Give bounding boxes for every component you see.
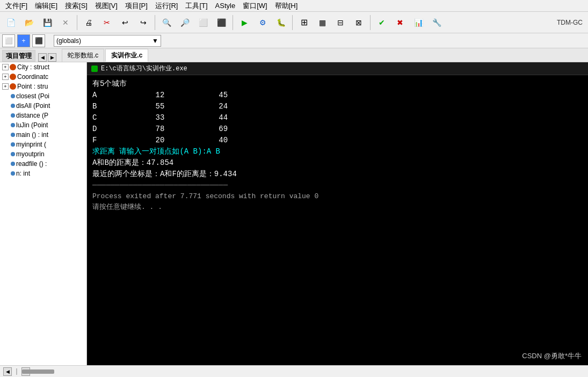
- menu-help[interactable]: 帮助[H]: [272, 1, 301, 11]
- zoom-out-button[interactable]: 🔎: [176, 14, 193, 31]
- console-line-11: Process exited after 7.771 seconds with …: [92, 191, 583, 202]
- toolbar2-btn2[interactable]: +: [17, 34, 30, 47]
- main-toolbar: 📄 📂 💾 ✕ 🖨 ✂ ↩ ↪ 🔍 🔎 ⬜ ⬛ ▶ ⚙ 🐛 ⊞ ▦ ⊟ ⊠ ✔ …: [0, 12, 588, 33]
- toolbar2-btn1[interactable]: ⬜: [2, 34, 15, 47]
- console-green-dot: [91, 66, 98, 72]
- tree-dot-icon-9: [11, 152, 15, 156]
- tree-dot-icon-4: [11, 104, 15, 108]
- check-button[interactable]: ✔: [373, 14, 390, 31]
- menu-run[interactable]: 运行[R]: [152, 1, 182, 11]
- console-header: E:\c语言练习\实训作业.exe: [87, 62, 588, 75]
- console-path: E:\c语言练习\实训作业.exe: [101, 64, 187, 73]
- tree-child-8[interactable]: myinprint (: [0, 140, 86, 149]
- sep3: [233, 15, 233, 30]
- grid-button[interactable]: ⊞: [295, 14, 313, 31]
- debug-button[interactable]: 🐛: [272, 14, 289, 31]
- tree-label-11: n: int: [16, 170, 30, 177]
- sep1: [77, 15, 77, 30]
- tree-child-3[interactable]: closest (Poi: [0, 91, 86, 101]
- expand-icon-1: +: [2, 74, 9, 80]
- tab-snake[interactable]: 蛇形数组.c: [62, 49, 104, 62]
- tree-dot-icon-11: [11, 171, 15, 176]
- menu-search[interactable]: 搜索[S]: [62, 1, 91, 11]
- tree-label-4: disAll (Point: [16, 102, 50, 110]
- tabs-row: 项目管理 ◀ ▶ 蛇形数组.c 实训作业.c: [0, 48, 588, 62]
- scrollbar-area[interactable]: [16, 368, 17, 375]
- tree-parent-2[interactable]: + Point : stru: [0, 82, 86, 91]
- tree-label-5: distance (P: [16, 112, 48, 119]
- split-button[interactable]: ⊠: [350, 14, 367, 31]
- new-button[interactable]: 📄: [2, 14, 19, 31]
- save-button[interactable]: 💾: [39, 14, 56, 31]
- expand-icon-0: +: [2, 64, 9, 70]
- compile-button[interactable]: ⚙: [254, 14, 271, 31]
- tree-parent-1[interactable]: + Coordinatc: [0, 72, 86, 82]
- tree-parent-0[interactable]: + City : struct: [0, 62, 86, 72]
- proj-nav-prev[interactable]: ◀: [38, 53, 47, 62]
- status-left: ◀ ▶: [3, 367, 30, 376]
- menu-astyle[interactable]: AStyle: [212, 1, 239, 10]
- stop-button[interactable]: ✖: [391, 14, 409, 31]
- tree-label-8: myinprint (: [16, 141, 46, 148]
- globals-arrow: ▼: [152, 37, 158, 45]
- menu-edit[interactable]: 编辑[E]: [32, 1, 61, 11]
- tree-color-icon-1: [10, 74, 16, 80]
- console-line-7: 求距离 请输入一对顶点如(A B):A B: [92, 146, 583, 157]
- tree-dot-icon-3: [11, 94, 15, 98]
- tree-child-5[interactable]: distance (P: [0, 111, 86, 120]
- run-button[interactable]: ▶: [236, 14, 253, 31]
- menu-project[interactable]: 项目[P]: [122, 1, 151, 11]
- console-line-10: ──────────────────────────────: [92, 180, 583, 191]
- zoom-in-button[interactable]: 🔍: [158, 14, 175, 31]
- tree-label-3: closest (Poi: [16, 92, 49, 100]
- indent-button[interactable]: ⬜: [194, 14, 212, 31]
- redo-button[interactable]: ↪: [135, 14, 152, 31]
- menu-tools[interactable]: 工具[T]: [182, 1, 210, 11]
- proj-nav-next[interactable]: ▶: [48, 53, 56, 62]
- undo-button[interactable]: ↩: [117, 14, 134, 31]
- toolbar2-btn3[interactable]: ⬛: [32, 34, 45, 47]
- console-line-3: C 33 44: [92, 112, 583, 124]
- print-button[interactable]: 🖨: [80, 14, 97, 31]
- tree-label-2: Point : stru: [17, 83, 48, 90]
- menu-window[interactable]: 窗口[W]: [239, 1, 271, 11]
- status-bar: ◀ ▶: [0, 365, 588, 377]
- tree-label-6: luJin (Point: [16, 121, 48, 129]
- tree-child-4[interactable]: disAll (Point: [0, 101, 86, 111]
- left-panel: + City : struct + Coordinatc + Point : s…: [0, 62, 87, 365]
- tree-child-11[interactable]: n: int: [0, 169, 86, 178]
- unindent-button[interactable]: ⬛: [213, 14, 230, 31]
- settings-button[interactable]: 🔧: [428, 14, 445, 31]
- close-button[interactable]: ✕: [57, 14, 74, 31]
- tab-shixun[interactable]: 实训作业.c: [105, 49, 148, 62]
- tree-color-icon-0: [10, 64, 16, 70]
- scroll-left-btn[interactable]: ◀: [3, 367, 12, 376]
- console-line-4: D 78 69: [92, 124, 583, 135]
- tree-dot-icon-10: [11, 162, 15, 166]
- cut-button[interactable]: ✂: [98, 14, 115, 31]
- open-button[interactable]: 📂: [20, 14, 38, 31]
- tree-color-icon-2: [10, 83, 16, 90]
- tree-child-7[interactable]: main () : int: [0, 130, 86, 140]
- menu-view[interactable]: 视图[V]: [92, 1, 121, 11]
- project-label: 项目管理: [2, 50, 35, 62]
- sep4: [292, 15, 293, 30]
- grid2-button[interactable]: ▦: [314, 14, 331, 31]
- sep5: [370, 15, 371, 30]
- tree-child-6[interactable]: luJin (Point: [0, 120, 86, 130]
- tree-label-10: readfile () :: [16, 160, 47, 168]
- sep2: [155, 15, 155, 30]
- tree-child-10[interactable]: readfile () :: [0, 159, 86, 169]
- main-area: + City : struct + Coordinatc + Point : s…: [0, 62, 588, 365]
- console-body: 有5个城市A 12 45B 55 24C 33 44D 78 69F 20 40…: [87, 75, 588, 215]
- menu-file[interactable]: 文件[F]: [2, 1, 31, 11]
- tdm-label: TDM-GC: [554, 18, 586, 27]
- console-line-5: F 20 40: [92, 135, 583, 146]
- chart-button[interactable]: 📊: [410, 14, 427, 31]
- console-line-12: 请按任意键继续. . .: [92, 202, 583, 213]
- tiles-button[interactable]: ⊟: [332, 14, 349, 31]
- globals-value: (globals): [56, 37, 81, 45]
- tree-child-9[interactable]: myoutprin: [0, 149, 86, 159]
- tree-container: + City : struct + Coordinatc + Point : s…: [0, 62, 86, 178]
- globals-dropdown[interactable]: (globals) ▼: [54, 35, 161, 47]
